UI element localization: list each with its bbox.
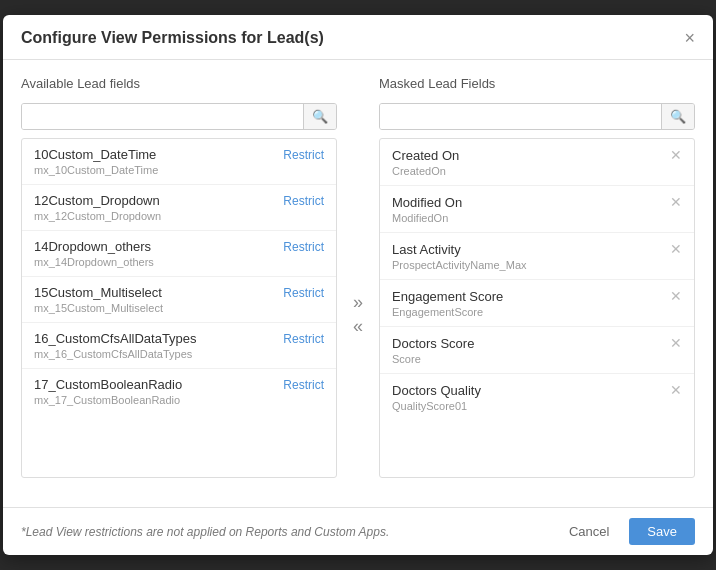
field-name: 14Dropdown_others: [34, 239, 151, 254]
field-name: Modified On: [392, 195, 462, 210]
modal-header: Configure View Permissions for Lead(s) ×: [3, 15, 713, 60]
modal: Configure View Permissions for Lead(s) ×…: [3, 15, 713, 555]
list-item: Doctors Quality ✕ QualityScore01: [380, 374, 694, 420]
field-sub: mx_17_CustomBooleanRadio: [34, 394, 324, 406]
field-sub: ProspectActivityName_Max: [392, 259, 682, 271]
remove-button[interactable]: ✕: [670, 288, 682, 304]
field-sub: Score: [392, 353, 682, 365]
list-item: 17_CustomBooleanRadio Restrict mx_17_Cus…: [22, 369, 336, 414]
remove-button[interactable]: ✕: [670, 335, 682, 351]
restrict-button[interactable]: Restrict: [283, 378, 324, 392]
list-item: 10Custom_DateTime Restrict mx_10Custom_D…: [22, 139, 336, 185]
list-item: Last Activity ✕ ProspectActivityName_Max: [380, 233, 694, 280]
remove-button[interactable]: ✕: [670, 382, 682, 398]
list-item: Created On ✕ CreatedOn: [380, 139, 694, 186]
save-button[interactable]: Save: [629, 518, 695, 545]
available-column: Available Lead fields 🔍 10Custom_DateTim…: [21, 76, 337, 491]
masked-column-title: Masked Lead Fields: [379, 76, 695, 91]
available-column-title: Available Lead fields: [21, 76, 337, 91]
modal-overlay: Configure View Permissions for Lead(s) ×…: [0, 0, 716, 570]
footer-actions: Cancel Save: [557, 518, 695, 545]
field-name: Doctors Score: [392, 336, 474, 351]
list-item: 15Custom_Multiselect Restrict mx_15Custo…: [22, 277, 336, 323]
field-name: 17_CustomBooleanRadio: [34, 377, 182, 392]
field-name: 10Custom_DateTime: [34, 147, 156, 162]
move-right-button[interactable]: »: [353, 293, 363, 311]
field-name: Last Activity: [392, 242, 461, 257]
field-name: Engagement Score: [392, 289, 503, 304]
remove-button[interactable]: ✕: [670, 147, 682, 163]
restrict-button[interactable]: Restrict: [283, 194, 324, 208]
field-sub: CreatedOn: [392, 165, 682, 177]
list-item: Engagement Score ✕ EngagementScore: [380, 280, 694, 327]
field-sub: EngagementScore: [392, 306, 682, 318]
remove-button[interactable]: ✕: [670, 194, 682, 210]
modal-footer: *Lead View restrictions are not applied …: [3, 507, 713, 555]
cancel-button[interactable]: Cancel: [557, 518, 621, 545]
restrict-button[interactable]: Restrict: [283, 286, 324, 300]
restrict-button[interactable]: Restrict: [283, 148, 324, 162]
available-search-input[interactable]: [22, 104, 303, 129]
move-left-button[interactable]: «: [353, 317, 363, 335]
field-name: Doctors Quality: [392, 383, 481, 398]
remove-button[interactable]: ✕: [670, 241, 682, 257]
field-sub: mx_16_CustomCfsAllDataTypes: [34, 348, 324, 360]
field-name: 12Custom_Dropdown: [34, 193, 160, 208]
field-sub: mx_12Custom_Dropdown: [34, 210, 324, 222]
modal-title: Configure View Permissions for Lead(s): [21, 29, 324, 47]
field-sub: mx_14Dropdown_others: [34, 256, 324, 268]
masked-search-input[interactable]: [380, 104, 661, 129]
field-sub: mx_15Custom_Multiselect: [34, 302, 324, 314]
footer-note: *Lead View restrictions are not applied …: [21, 525, 389, 539]
masked-search-button[interactable]: 🔍: [661, 104, 694, 129]
restrict-button[interactable]: Restrict: [283, 332, 324, 346]
list-item: Doctors Score ✕ Score: [380, 327, 694, 374]
available-search-button[interactable]: 🔍: [303, 104, 336, 129]
field-name: 16_CustomCfsAllDataTypes: [34, 331, 197, 346]
masked-column: Masked Lead Fields 🔍 Created On ✕ Create…: [379, 76, 695, 491]
available-field-list: 10Custom_DateTime Restrict mx_10Custom_D…: [21, 138, 337, 478]
list-item: Modified On ✕ ModifiedOn: [380, 186, 694, 233]
field-sub: ModifiedOn: [392, 212, 682, 224]
available-search-box: 🔍: [21, 103, 337, 130]
masked-field-list: Created On ✕ CreatedOn Modified On ✕ Mod…: [379, 138, 695, 478]
close-button[interactable]: ×: [684, 29, 695, 47]
field-name: 15Custom_Multiselect: [34, 285, 162, 300]
modal-body: Available Lead fields 🔍 10Custom_DateTim…: [3, 60, 713, 507]
list-item: 14Dropdown_others Restrict mx_14Dropdown…: [22, 231, 336, 277]
restrict-button[interactable]: Restrict: [283, 240, 324, 254]
field-sub: mx_10Custom_DateTime: [34, 164, 324, 176]
field-name: Created On: [392, 148, 459, 163]
list-item: 16_CustomCfsAllDataTypes Restrict mx_16_…: [22, 323, 336, 369]
masked-search-box: 🔍: [379, 103, 695, 130]
field-sub: QualityScore01: [392, 400, 682, 412]
list-item: 12Custom_Dropdown Restrict mx_12Custom_D…: [22, 185, 336, 231]
middle-controls: » «: [349, 76, 367, 491]
